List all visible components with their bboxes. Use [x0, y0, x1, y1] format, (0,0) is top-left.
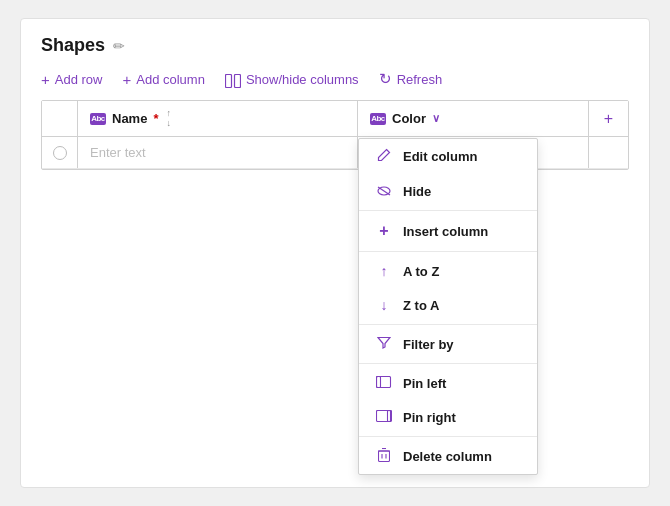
insert-column-icon: +: [375, 222, 393, 240]
columns-icon: [225, 70, 241, 87]
table-row: Enter text: [42, 137, 628, 169]
menu-divider-1: [359, 210, 537, 211]
menu-item-filter-by[interactable]: Filter by: [359, 327, 537, 361]
edit-icon: [375, 148, 393, 165]
sort-asc-icon[interactable]: ↑: [166, 109, 171, 118]
svg-rect-4: [377, 377, 391, 388]
pin-left-icon: [375, 375, 393, 391]
menu-item-pin-left[interactable]: Pin left: [359, 366, 537, 400]
abc-icon-name: Abc: [90, 113, 106, 125]
menu-item-z-to-a[interactable]: ↓ Z to A: [359, 288, 537, 322]
menu-label-pin-right: Pin right: [403, 410, 456, 425]
menu-item-hide[interactable]: Hide: [359, 174, 537, 208]
row-add-cell: [588, 137, 628, 168]
menu-divider-2: [359, 251, 537, 252]
column-color-label: Color: [392, 111, 426, 126]
menu-label-edit-column: Edit column: [403, 149, 477, 164]
menu-divider-3: [359, 324, 537, 325]
column-name-label: Name: [112, 111, 147, 126]
add-column-button[interactable]: + Add column: [122, 71, 204, 88]
add-column-plus-icon: +: [604, 110, 613, 128]
title-row: Shapes ✏: [41, 35, 629, 56]
color-column-chevron-icon[interactable]: ∨: [432, 112, 440, 125]
shapes-card: Shapes ✏ + Add row + Add column Show/hid…: [20, 18, 650, 488]
page-title: Shapes: [41, 35, 105, 56]
menu-item-edit-column[interactable]: Edit column: [359, 139, 537, 174]
menu-divider-4: [359, 363, 537, 364]
menu-item-delete-column[interactable]: Delete column: [359, 439, 537, 474]
table-header: Abc Name * ↑ ↓ Abc Color ∨: [42, 101, 628, 137]
svg-rect-6: [377, 411, 391, 422]
abc-icon-color: Abc: [370, 113, 386, 125]
add-row-button[interactable]: + Add row: [41, 71, 102, 88]
menu-label-a-to-z: A to Z: [403, 264, 439, 279]
row-name-cell[interactable]: Enter text: [78, 137, 358, 168]
a-to-z-icon: ↑: [375, 263, 393, 279]
sort-desc-icon[interactable]: ↓: [166, 119, 171, 128]
menu-item-pin-right[interactable]: Pin right: [359, 400, 537, 434]
menu-item-insert-column[interactable]: + Insert column: [359, 213, 537, 249]
menu-divider-5: [359, 436, 537, 437]
data-table: Abc Name * ↑ ↓ Abc Color ∨: [41, 100, 629, 170]
toolbar: + Add row + Add column Show/hide columns…: [41, 70, 629, 88]
row-checkbox-cell[interactable]: [42, 137, 78, 168]
svg-rect-8: [379, 451, 390, 462]
svg-rect-0: [225, 74, 231, 87]
header-checkbox-cell: [42, 101, 78, 136]
menu-label-filter-by: Filter by: [403, 337, 454, 352]
required-indicator: *: [153, 111, 158, 126]
row-name-placeholder: Enter text: [90, 145, 146, 160]
svg-rect-1: [234, 74, 240, 87]
z-to-a-icon: ↓: [375, 297, 393, 313]
add-column-button-header[interactable]: +: [588, 101, 628, 136]
svg-rect-5: [377, 377, 381, 388]
delete-column-icon: [375, 448, 393, 465]
column-context-menu: Edit column Hide +: [358, 138, 538, 475]
refresh-button[interactable]: ↻ Refresh: [379, 70, 443, 88]
menu-label-delete-column: Delete column: [403, 449, 492, 464]
show-hide-button[interactable]: Show/hide columns: [225, 70, 359, 87]
column-header-name: Abc Name * ↑ ↓: [78, 101, 358, 136]
plus-icon: +: [41, 71, 50, 88]
refresh-icon: ↻: [379, 70, 392, 88]
filter-icon: [375, 336, 393, 352]
edit-title-icon[interactable]: ✏: [113, 38, 125, 54]
plus-icon-2: +: [122, 71, 131, 88]
pin-right-icon: [375, 409, 393, 425]
menu-label-z-to-a: Z to A: [403, 298, 439, 313]
menu-label-hide: Hide: [403, 184, 431, 199]
menu-label-pin-left: Pin left: [403, 376, 446, 391]
column-header-color[interactable]: Abc Color ∨ Edit column: [358, 101, 588, 136]
menu-item-a-to-z[interactable]: ↑ A to Z: [359, 254, 537, 288]
hide-icon: [375, 183, 393, 199]
row-radio[interactable]: [53, 146, 67, 160]
menu-label-insert-column: Insert column: [403, 224, 488, 239]
sort-arrows: ↑ ↓: [166, 109, 171, 128]
